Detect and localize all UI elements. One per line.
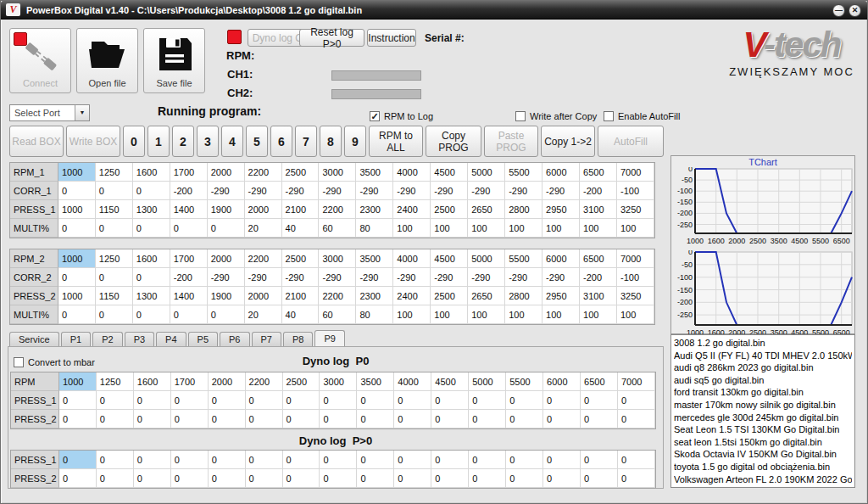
table-cell[interactable]: 0 <box>58 219 96 238</box>
table-cell[interactable]: 2500 <box>282 249 320 268</box>
tab-p7[interactable]: P7 <box>252 332 281 347</box>
table-cell[interactable]: 0 <box>618 451 655 469</box>
table-cell[interactable]: 100 <box>505 219 542 238</box>
table-cell[interactable]: 0 <box>134 451 171 469</box>
table-cell[interactable]: 100 <box>468 305 505 324</box>
table-cell[interactable]: 1400 <box>170 287 208 305</box>
table-cell[interactable]: 1900 <box>208 287 245 305</box>
table-cell[interactable]: 7000 <box>617 163 654 182</box>
enable-autofill-checkbox[interactable]: Enable AutoFill <box>604 110 680 122</box>
table-cell[interactable]: 2950 <box>542 287 580 305</box>
table-cell[interactable]: 0 <box>96 182 133 200</box>
table-cell[interactable]: 0 <box>394 451 431 469</box>
table-cell[interactable]: -290 <box>208 268 245 287</box>
table-cell[interactable]: 4000 <box>393 163 431 182</box>
file-list-item[interactable]: mercedes gle 300d 245km go digital.bin <box>674 412 852 424</box>
table-cell[interactable]: 0 <box>133 219 170 238</box>
table-cell[interactable]: 3000 <box>319 163 356 182</box>
table-cell[interactable]: 40 <box>282 219 320 238</box>
table-cell[interactable]: 6000 <box>542 163 580 182</box>
table-cell[interactable]: 1250 <box>96 249 133 268</box>
table-cell[interactable]: 0 <box>97 391 134 410</box>
table-cell[interactable]: 2200 <box>246 372 283 391</box>
tab-p5[interactable]: P5 <box>188 332 218 347</box>
table-cell[interactable]: 0 <box>97 410 134 428</box>
table-cell[interactable]: 0 <box>506 391 543 410</box>
table-cell[interactable]: 2400 <box>393 287 431 305</box>
digit-button-0[interactable]: 0 <box>123 126 145 157</box>
table-cell[interactable]: 4500 <box>431 163 468 182</box>
table-cell[interactable]: 0 <box>171 451 209 469</box>
tab-p4[interactable]: P4 <box>156 332 186 347</box>
table-cell[interactable]: 0 <box>209 410 246 428</box>
table-cell[interactable]: -290 <box>319 182 356 200</box>
table-cell[interactable]: 1300 <box>133 287 170 305</box>
table-cell[interactable]: 0 <box>208 219 245 238</box>
table-cell[interactable]: 0 <box>208 305 245 324</box>
table-cell[interactable]: 4000 <box>393 249 431 268</box>
table-cell[interactable]: -290 <box>542 182 580 200</box>
table-cell[interactable]: 0 <box>59 451 97 469</box>
table-cell[interactable]: 20 <box>245 219 282 238</box>
rpm-to-log-checkbox[interactable]: RPM to Log <box>370 110 433 122</box>
table-cell[interactable]: 100 <box>393 219 431 238</box>
table-cell[interactable]: 0 <box>133 182 170 200</box>
ch2-field[interactable] <box>331 89 421 99</box>
table-cell[interactable]: 0 <box>283 451 320 469</box>
table-cell[interactable]: 2800 <box>505 287 542 305</box>
table-cell[interactable]: 0 <box>581 451 618 469</box>
table-cell[interactable]: 4500 <box>431 372 469 391</box>
table-cell[interactable]: 7000 <box>617 249 654 268</box>
table-cell[interactable]: 2200 <box>245 163 282 182</box>
table-cell[interactable]: 3100 <box>580 200 617 219</box>
table-cell[interactable]: 5000 <box>469 372 506 391</box>
table-cell[interactable]: 2500 <box>282 163 320 182</box>
digit-button-1[interactable]: 1 <box>147 126 170 157</box>
title-bar[interactable]: V PowerBox Digital v1.40 - C:\Users\Prod… <box>1 1 867 20</box>
table-cell[interactable]: 0 <box>59 391 97 410</box>
table-cell[interactable]: 3500 <box>356 163 393 182</box>
table-cell[interactable]: 1000 <box>58 249 96 268</box>
table-cell[interactable]: 6500 <box>580 163 617 182</box>
table-cell[interactable]: 0 <box>171 469 209 488</box>
table-cell[interactable]: 0 <box>134 469 171 488</box>
table-cell[interactable]: 6500 <box>581 372 618 391</box>
table-cell[interactable]: 100 <box>542 305 580 324</box>
table-cell[interactable]: 100 <box>580 305 617 324</box>
table-cell[interactable]: 0 <box>543 469 581 488</box>
table-cell[interactable]: 0 <box>96 268 133 287</box>
table-cell[interactable]: 0 <box>357 451 394 469</box>
table-cell[interactable]: 7000 <box>618 372 655 391</box>
open-file-button[interactable]: Open file <box>76 28 138 93</box>
table-cell[interactable]: 0 <box>134 410 171 428</box>
table-cell[interactable]: -290 <box>505 182 542 200</box>
table-cell[interactable]: 0 <box>246 469 283 488</box>
table-cell[interactable]: 1700 <box>170 163 208 182</box>
table-cell[interactable]: 1000 <box>58 287 96 305</box>
file-list-item[interactable]: 3008 1.2 go digital.bin <box>674 337 852 350</box>
table-cell[interactable]: 100 <box>580 219 617 238</box>
minimize-button[interactable]: — <box>832 4 845 17</box>
write-box-button[interactable]: Write BOX <box>66 126 120 157</box>
autofill-button[interactable]: AutoFill <box>598 126 664 157</box>
table-cell[interactable]: 0 <box>431 469 469 488</box>
table-cell[interactable]: -100 <box>617 268 654 287</box>
table-cell[interactable]: -290 <box>245 268 282 287</box>
table-cell[interactable]: 0 <box>96 219 133 238</box>
table-cell[interactable]: 100 <box>617 219 654 238</box>
table-cell[interactable]: 0 <box>394 391 431 410</box>
file-list-item[interactable]: ford transit 130km go digital.bin <box>674 386 852 399</box>
table-cell[interactable]: 4500 <box>431 249 468 268</box>
table-cell[interactable]: 6000 <box>543 372 581 391</box>
table-cell[interactable]: 5500 <box>506 372 543 391</box>
table-cell[interactable]: 0 <box>469 451 506 469</box>
table-cell[interactable]: 0 <box>320 469 357 488</box>
table-cell[interactable]: 2500 <box>431 200 468 219</box>
table-cell[interactable]: -290 <box>245 182 282 200</box>
table-cell[interactable]: -100 <box>617 182 654 200</box>
table-cell[interactable]: 2200 <box>319 287 356 305</box>
table-cell[interactable]: 0 <box>431 410 469 428</box>
table-cell[interactable]: 0 <box>58 182 96 200</box>
table-cell[interactable]: 0 <box>618 469 655 488</box>
table-cell[interactable]: -290 <box>468 182 505 200</box>
